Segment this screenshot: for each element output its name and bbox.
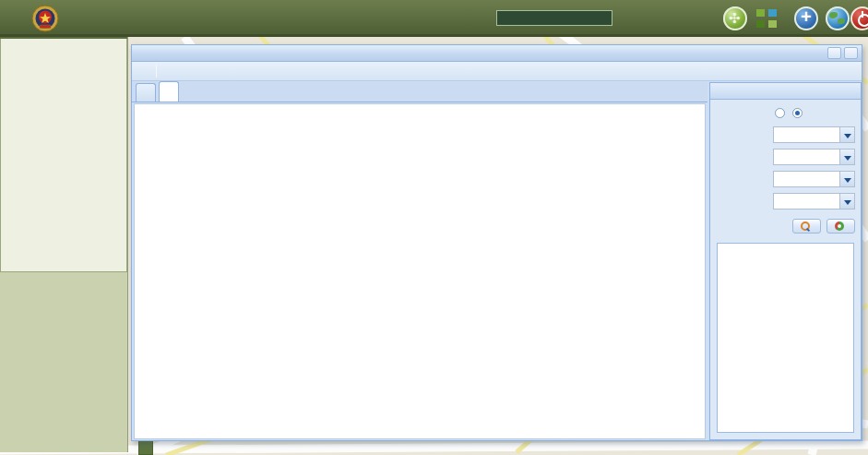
window-titlebar[interactable] bbox=[132, 45, 862, 62]
year-select[interactable] bbox=[773, 171, 855, 187]
lane-select-trigger[interactable] bbox=[839, 150, 854, 164]
tab-monthly-flow-list[interactable] bbox=[136, 83, 156, 102]
sidebar bbox=[0, 37, 128, 452]
month-row bbox=[716, 193, 855, 210]
device-value bbox=[774, 127, 839, 142]
toolbar-separator bbox=[156, 65, 157, 78]
tab-monthly-flow-chart[interactable] bbox=[159, 81, 179, 102]
window-toolbar bbox=[132, 62, 862, 81]
eco-icon[interactable] bbox=[723, 6, 747, 30]
window-collapse-button[interactable] bbox=[827, 47, 841, 59]
apps-grid-icon[interactable] bbox=[756, 9, 777, 28]
month-select-trigger[interactable] bbox=[839, 194, 854, 209]
traffic-flow-line-chart bbox=[135, 104, 705, 438]
time-condition-row bbox=[716, 105, 855, 121]
query-button[interactable] bbox=[792, 219, 821, 233]
query-conditions-panel bbox=[709, 82, 862, 440]
map-control-square bbox=[138, 440, 153, 455]
add-icon[interactable] bbox=[794, 6, 818, 30]
police-badge-logo bbox=[31, 5, 59, 32]
window-close-button[interactable] bbox=[844, 47, 858, 59]
radio-by-month[interactable] bbox=[792, 108, 803, 118]
radio-by-day[interactable] bbox=[775, 108, 785, 118]
vehicle-type-pie-panel bbox=[717, 243, 854, 433]
query-buttons-row bbox=[710, 219, 855, 233]
clear-icon bbox=[835, 222, 844, 231]
app-header bbox=[0, 0, 868, 37]
magnifier-icon bbox=[801, 222, 810, 231]
lane-row bbox=[716, 149, 855, 165]
device-select-trigger[interactable] bbox=[839, 127, 854, 142]
query-panel-header bbox=[710, 83, 861, 100]
lane-select[interactable] bbox=[773, 149, 855, 165]
month-value bbox=[774, 194, 839, 209]
globe-icon[interactable] bbox=[826, 6, 850, 30]
export-excel-button[interactable] bbox=[139, 68, 152, 74]
line-chart-panel bbox=[134, 103, 706, 439]
power-icon[interactable] bbox=[850, 6, 868, 30]
year-select-trigger[interactable] bbox=[839, 172, 854, 186]
month-select[interactable] bbox=[773, 193, 855, 210]
lane-value bbox=[774, 150, 839, 164]
traffic-flow-query-window bbox=[131, 44, 862, 441]
tab-strip bbox=[132, 82, 707, 102]
device-row bbox=[716, 126, 855, 143]
video-subsystem-tree bbox=[0, 39, 127, 272]
year-value bbox=[774, 172, 839, 186]
clear-button[interactable] bbox=[826, 219, 855, 233]
year-row bbox=[716, 171, 855, 187]
chart-region bbox=[132, 82, 707, 440]
header-search-input[interactable] bbox=[496, 10, 612, 26]
application-root: { "header": { "title": "公安交通集成指挥平台", "se… bbox=[0, 0, 868, 455]
vehicle-type-pie-chart bbox=[718, 244, 854, 428]
device-select[interactable] bbox=[773, 126, 855, 143]
